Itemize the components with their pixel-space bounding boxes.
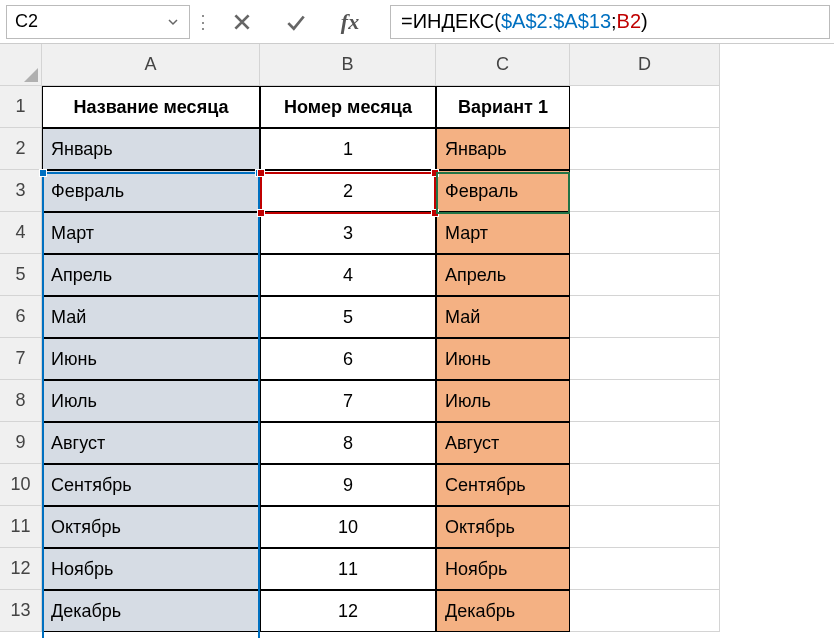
- fx-icon[interactable]: fx: [336, 8, 364, 36]
- cell-b10[interactable]: 9: [260, 464, 436, 506]
- cell-c6[interactable]: Май: [436, 296, 570, 338]
- row-header[interactable]: 6: [0, 296, 42, 338]
- cell-c9[interactable]: Август: [436, 422, 570, 464]
- cell-c11[interactable]: Октябрь: [436, 506, 570, 548]
- cell-d6[interactable]: [570, 296, 720, 338]
- col-header-d[interactable]: D: [570, 44, 720, 86]
- row-header[interactable]: 12: [0, 548, 42, 590]
- row-header[interactable]: 8: [0, 380, 42, 422]
- cell-b11[interactable]: 10: [260, 506, 436, 548]
- cell-b4[interactable]: 3: [260, 212, 436, 254]
- row-header[interactable]: 13: [0, 590, 42, 632]
- cell-d2[interactable]: [570, 128, 720, 170]
- cell-d13[interactable]: [570, 590, 720, 632]
- chevron-down-icon[interactable]: [165, 14, 181, 30]
- cell-b12[interactable]: 11: [260, 548, 436, 590]
- cell-c2[interactable]: Январь: [436, 128, 570, 170]
- cell-d9[interactable]: [570, 422, 720, 464]
- cell-d8[interactable]: [570, 380, 720, 422]
- cell-b7[interactable]: 6: [260, 338, 436, 380]
- cell-c13[interactable]: Декабрь: [436, 590, 570, 632]
- row-header[interactable]: 10: [0, 464, 42, 506]
- formula-suffix: ): [641, 10, 648, 33]
- cell-c5[interactable]: Апрель: [436, 254, 570, 296]
- cell-a8[interactable]: Июль: [42, 380, 260, 422]
- cell-d5[interactable]: [570, 254, 720, 296]
- col-header-b[interactable]: B: [260, 44, 436, 86]
- formula-bar-buttons: fx: [220, 8, 372, 36]
- formula-text-prefix: =ИНДЕКС(: [401, 10, 501, 33]
- row-header[interactable]: 1: [0, 86, 42, 128]
- worksheet-wrapper: A B C D 1 Название месяца Номер месяца В…: [0, 44, 834, 632]
- cell-a10[interactable]: Сентябрь: [42, 464, 260, 506]
- cell-a7[interactable]: Июнь: [42, 338, 260, 380]
- row-header[interactable]: 2: [0, 128, 42, 170]
- cell-b5[interactable]: 4: [260, 254, 436, 296]
- divider: ⋮: [200, 7, 206, 37]
- cell-a12[interactable]: Ноябрь: [42, 548, 260, 590]
- cell-a5[interactable]: Апрель: [42, 254, 260, 296]
- row-header[interactable]: 3: [0, 170, 42, 212]
- cell-d11[interactable]: [570, 506, 720, 548]
- worksheet-grid[interactable]: A B C D 1 Название месяца Номер месяца В…: [0, 44, 834, 632]
- cell-d7[interactable]: [570, 338, 720, 380]
- formula-bar: C2 ⋮ fx =ИНДЕКС($A$2:$A$13;B2): [0, 0, 834, 44]
- enter-icon[interactable]: [282, 8, 310, 36]
- cell-d10[interactable]: [570, 464, 720, 506]
- cell-b6[interactable]: 5: [260, 296, 436, 338]
- cell-a6[interactable]: Май: [42, 296, 260, 338]
- cell-c7[interactable]: Июнь: [436, 338, 570, 380]
- row-header[interactable]: 4: [0, 212, 42, 254]
- cancel-icon[interactable]: [228, 8, 256, 36]
- row-header[interactable]: 9: [0, 422, 42, 464]
- cell-c8[interactable]: Июль: [436, 380, 570, 422]
- formula-ref-b: B2: [617, 10, 641, 33]
- cell-d4[interactable]: [570, 212, 720, 254]
- cell-b2[interactable]: 1: [260, 128, 436, 170]
- name-box-value: C2: [15, 11, 165, 32]
- cell-a3[interactable]: Февраль: [42, 170, 260, 212]
- col-header-c[interactable]: C: [436, 44, 570, 86]
- row-header[interactable]: 5: [0, 254, 42, 296]
- cell-c10[interactable]: Сентябрь: [436, 464, 570, 506]
- cell-b8[interactable]: 7: [260, 380, 436, 422]
- cell-c3[interactable]: Февраль: [436, 170, 570, 212]
- formula-ref-a: $A$2:$A$13: [501, 10, 611, 33]
- cell-a4[interactable]: Март: [42, 212, 260, 254]
- cell-a13[interactable]: Декабрь: [42, 590, 260, 632]
- row-header[interactable]: 7: [0, 338, 42, 380]
- name-box[interactable]: C2: [6, 5, 190, 39]
- cell-d3[interactable]: [570, 170, 720, 212]
- cell-b1[interactable]: Номер месяца: [260, 86, 436, 128]
- cell-b9[interactable]: 8: [260, 422, 436, 464]
- cell-a9[interactable]: Август: [42, 422, 260, 464]
- cell-c4[interactable]: Март: [436, 212, 570, 254]
- formula-input[interactable]: =ИНДЕКС($A$2:$A$13;B2): [390, 5, 830, 39]
- col-header-a[interactable]: A: [42, 44, 260, 86]
- cell-b3[interactable]: 2: [260, 170, 436, 212]
- cell-a11[interactable]: Октябрь: [42, 506, 260, 548]
- cell-d1[interactable]: [570, 86, 720, 128]
- cell-b13[interactable]: 12: [260, 590, 436, 632]
- cell-c12[interactable]: Ноябрь: [436, 548, 570, 590]
- cell-a1[interactable]: Название месяца: [42, 86, 260, 128]
- select-all-corner[interactable]: [0, 44, 42, 86]
- cell-c1[interactable]: Вариант 1: [436, 86, 570, 128]
- row-header[interactable]: 11: [0, 506, 42, 548]
- cell-a2[interactable]: Январь: [42, 128, 260, 170]
- cell-d12[interactable]: [570, 548, 720, 590]
